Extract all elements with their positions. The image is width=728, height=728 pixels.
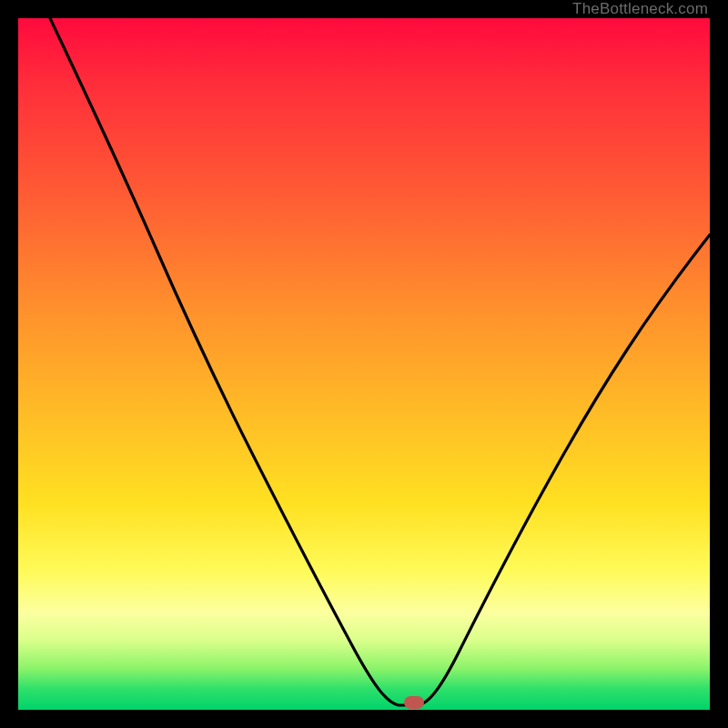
watermark-label: TheBottleneck.com — [572, 0, 708, 18]
minimum-marker — [404, 696, 424, 709]
chart-stage: TheBottleneck.com — [0, 0, 728, 728]
bottleneck-curve-path — [50, 18, 710, 705]
plot-area — [18, 18, 710, 710]
curve-svg — [18, 18, 710, 710]
